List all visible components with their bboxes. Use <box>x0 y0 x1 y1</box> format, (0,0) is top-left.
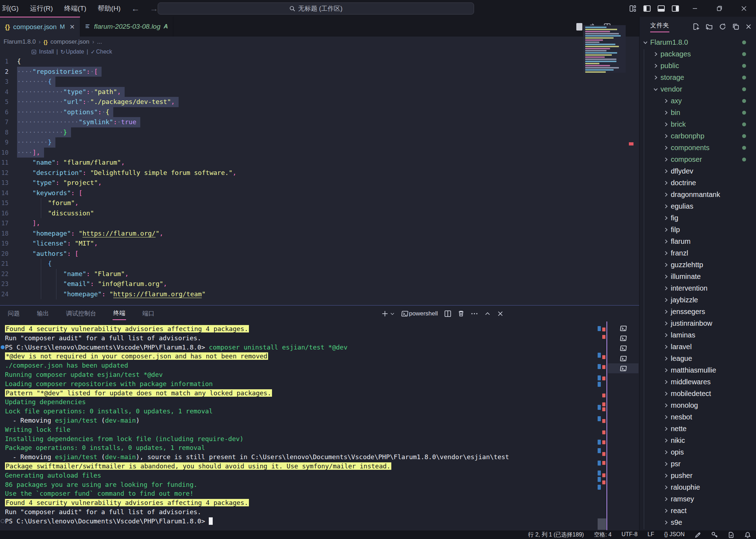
more-actions-icon[interactable] <box>471 310 478 317</box>
tree-item-filp[interactable]: filp <box>640 224 756 236</box>
command-decoration-icon[interactable] <box>1 345 5 349</box>
panel-tab-调试控制台[interactable]: 调试控制台 <box>65 307 97 320</box>
tree-item-illuminate[interactable]: illuminate <box>640 271 756 282</box>
status-encoding[interactable]: UTF-8 <box>621 531 637 539</box>
menu-item[interactable]: 帮助(H) <box>92 4 126 13</box>
file-status-icon[interactable] <box>728 532 734 538</box>
refresh-explorer-icon[interactable] <box>719 23 726 30</box>
restore-icon[interactable] <box>707 0 731 17</box>
close-tab-icon[interactable]: ✕ <box>70 23 75 31</box>
menu-item[interactable]: 到(G) <box>0 4 24 13</box>
tree-item-brick[interactable]: brick <box>640 119 756 130</box>
minimize-icon[interactable] <box>682 0 707 17</box>
status-indentation[interactable]: 空格: 4 <box>594 531 611 539</box>
tab-composer-json[interactable]: {} composer.json M ✕ <box>0 17 80 37</box>
tree-item-opis[interactable]: opis <box>640 446 756 458</box>
code-editor[interactable]: 1{2····"repositories":·[ 3········{ 4···… <box>0 56 639 305</box>
tree-item-ramsey[interactable]: ramsey <box>640 493 756 505</box>
tree-item-dragonmantank[interactable]: dragonmantank <box>640 189 756 200</box>
terminal-session-item[interactable] <box>608 343 638 353</box>
menu-item[interactable]: 运行(R) <box>24 4 58 13</box>
tree-item-justinrainbow[interactable]: justinrainbow <box>640 318 756 329</box>
collapse-folders-icon[interactable] <box>732 23 739 30</box>
key-icon[interactable] <box>711 532 718 538</box>
tree-item-bin[interactable]: bin <box>640 107 756 119</box>
breadcrumb-symbol[interactable]: ... <box>97 38 102 45</box>
menu-item[interactable]: 终端(T) <box>59 4 92 13</box>
toggle-panel-icon[interactable] <box>654 0 668 17</box>
breadcrumb-root[interactable]: Flarum1.8.0 <box>4 38 36 45</box>
tree-item-monolog[interactable]: monolog <box>640 400 756 411</box>
tree-item-nikic[interactable]: nikic <box>640 435 756 446</box>
panel-tab-问题[interactable]: 问题 <box>7 307 21 320</box>
new-folder-icon[interactable] <box>706 23 713 30</box>
split-terminal-icon[interactable] <box>444 310 451 317</box>
terminal-session-list[interactable] <box>608 323 638 373</box>
tree-item-jenssegers[interactable]: jenssegers <box>640 306 756 318</box>
tree-item-storage[interactable]: storage <box>640 72 756 83</box>
terminal-scrollbar-thumb[interactable] <box>598 518 606 530</box>
explorer-view-title[interactable]: 文件夹 <box>650 21 669 32</box>
maximize-panel-icon[interactable] <box>484 310 491 317</box>
breadcrumb[interactable]: Flarum1.8.0 › {} composer.json › ... <box>0 37 639 47</box>
open-changes-icon[interactable] <box>576 23 582 31</box>
tree-item-pusher[interactable]: pusher <box>640 470 756 482</box>
codelens-update[interactable]: Update <box>66 49 84 55</box>
tree-item-public[interactable]: public <box>640 60 756 72</box>
new-file-icon[interactable] <box>692 23 700 30</box>
formatter-icon[interactable] <box>695 532 701 538</box>
command-center-search[interactable]: 无标题 (工作区) <box>158 2 474 15</box>
terminal-session-item[interactable] <box>608 363 638 373</box>
tree-item-nesbot[interactable]: nesbot <box>640 411 756 423</box>
toggle-right-sidebar-icon[interactable] <box>668 0 682 17</box>
new-terminal-icon[interactable] <box>381 310 388 317</box>
tree-item-carbonphp[interactable]: carbonphp <box>640 130 756 142</box>
tree-item-composer[interactable]: composer <box>640 154 756 165</box>
close-view-icon[interactable] <box>745 23 752 30</box>
tree-item-dflydev[interactable]: dflydev <box>640 165 756 177</box>
tree-item-axy[interactable]: axy <box>640 95 756 107</box>
status-eol[interactable]: LF <box>648 531 654 539</box>
customize-layout-icon[interactable] <box>626 0 640 17</box>
tree-item-fig[interactable]: fig <box>640 212 756 224</box>
tree-item-psr[interactable]: psr <box>640 458 756 470</box>
tree-item-laminas[interactable]: laminas <box>640 329 756 341</box>
tree-item-doctrine[interactable]: doctrine <box>640 177 756 189</box>
tree-item-packages[interactable]: packages <box>640 48 756 60</box>
codelens-install[interactable]: Install <box>39 49 54 55</box>
tree-item-vendor[interactable]: vendor <box>640 83 756 95</box>
panel-tab-输出[interactable]: 输出 <box>36 307 50 320</box>
tab-flarum-log[interactable]: flarum-2025-03-08.log A <box>80 17 173 37</box>
terminal[interactable]: Found 4 security vulnerability advisorie… <box>0 321 597 530</box>
terminal-session-item[interactable] <box>608 333 638 343</box>
terminal-profile-label[interactable]: powershell <box>409 310 438 317</box>
nav-back-icon[interactable]: ← <box>126 4 145 13</box>
kill-terminal-icon[interactable] <box>458 310 464 317</box>
tree-item-s9e[interactable]: s9e <box>640 517 756 528</box>
codelens-check[interactable]: Check <box>96 49 112 55</box>
file-tree[interactable]: Flarum1.8.0packagespublicstoragevendorax… <box>640 37 756 530</box>
terminal-tabs-sash[interactable] <box>607 321 607 530</box>
tree-item-ralouphie[interactable]: ralouphie <box>640 482 756 493</box>
tree-item-jaybizzle[interactable]: jaybizzle <box>640 294 756 306</box>
panel-tab-终端[interactable]: 终端 <box>113 307 126 320</box>
tree-item-laravel[interactable]: laravel <box>640 341 756 353</box>
tree-item-Flarum1.8.0[interactable]: Flarum1.8.0 <box>640 37 756 48</box>
terminal-session-item[interactable] <box>608 323 638 333</box>
toggle-left-sidebar-icon[interactable] <box>640 0 654 17</box>
tree-item-middlewares[interactable]: middlewares <box>640 376 756 388</box>
tree-item-matthiasmullie[interactable]: matthiasmullie <box>640 364 756 376</box>
breadcrumb-file[interactable]: composer.json <box>50 38 89 45</box>
tree-item-nette[interactable]: nette <box>640 423 756 435</box>
status-cursor-position[interactable]: 行 2, 列 1 (已选择189) <box>528 531 584 539</box>
terminal-session-item[interactable] <box>608 353 638 363</box>
tree-item-flarum[interactable]: flarum <box>640 236 756 247</box>
tree-item-components[interactable]: components <box>640 142 756 154</box>
tree-item-egulias[interactable]: egulias <box>640 200 756 212</box>
tree-item-guzzlehttp[interactable]: guzzlehttp <box>640 259 756 271</box>
status-language-mode[interactable]: {} JSON <box>664 531 685 539</box>
tree-item-mobiledetect[interactable]: mobiledetect <box>640 388 756 400</box>
panel-tab-端口[interactable]: 端口 <box>142 307 155 320</box>
close-icon[interactable] <box>731 0 756 17</box>
tree-item-intervention[interactable]: intervention <box>640 282 756 294</box>
